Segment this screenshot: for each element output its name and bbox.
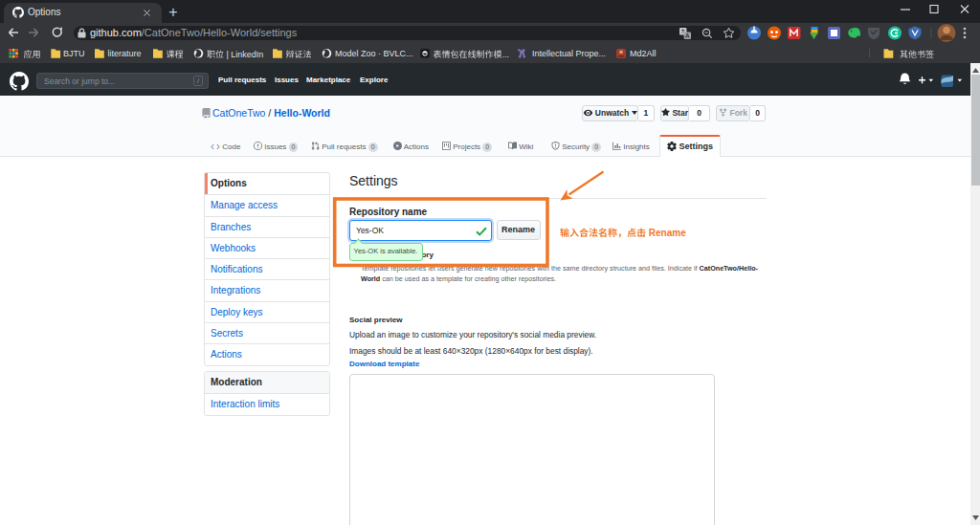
svg-text:Rename: Rename xyxy=(649,228,686,238)
